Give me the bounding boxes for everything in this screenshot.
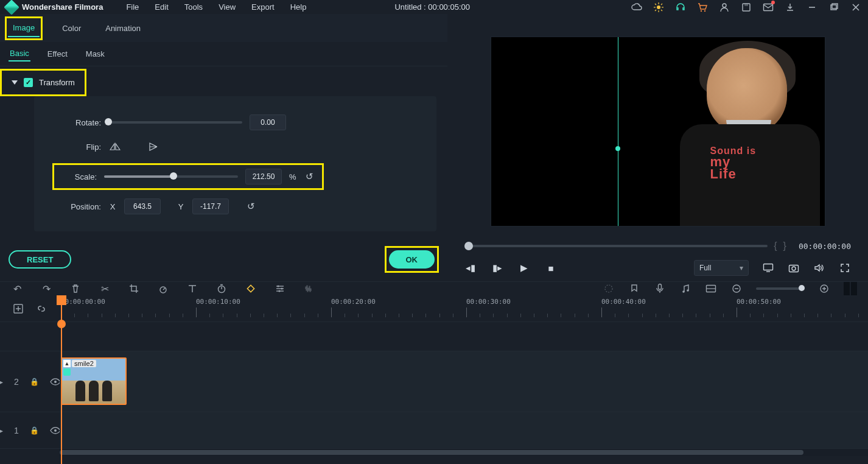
svg-point-10	[704, 10, 705, 11]
flip-vertical-icon[interactable]	[147, 141, 161, 152]
svg-line-8	[655, 10, 656, 11]
keyframe-icon[interactable]	[245, 284, 257, 294]
prev-frame-icon[interactable]: ◂▮	[464, 262, 477, 274]
close-icon[interactable]	[850, 1, 862, 13]
add-track-icon[interactable]	[12, 303, 24, 314]
svg-rect-14	[764, 4, 773, 10]
timeline-clip[interactable]: ▲ smile2	[61, 357, 127, 405]
tab-animation[interactable]: Animation	[100, 20, 145, 37]
shirt-line3: Life	[710, 166, 737, 181]
playhead[interactable]	[61, 295, 62, 464]
svg-point-9	[701, 10, 702, 11]
menu-help[interactable]: Help	[284, 0, 313, 14]
scale-reset-icon[interactable]: ↺	[304, 170, 316, 183]
fullscreen-icon[interactable]	[839, 262, 851, 274]
rotate-value[interactable]: 0.00	[250, 114, 286, 130]
crop-icon[interactable]	[128, 284, 140, 294]
mark-in-icon[interactable]: {	[774, 241, 777, 251]
track-number: 2	[14, 377, 19, 387]
redo-icon[interactable]: ↷	[40, 283, 52, 295]
svg-rect-13	[744, 4, 748, 6]
headset-icon[interactable]	[674, 1, 687, 13]
bulb-icon[interactable]	[653, 1, 665, 13]
svg-point-35	[279, 290, 281, 292]
ruler-label: 00:00:00:00	[61, 298, 105, 306]
lock-icon[interactable]: 🔒	[30, 426, 39, 435]
preview-quality-select[interactable]: Full▾	[694, 260, 749, 276]
user-icon[interactable]	[718, 1, 730, 13]
position-label: Position:	[52, 202, 101, 211]
render-icon[interactable]	[603, 284, 615, 294]
app-name: Wondershare Filmora	[22, 2, 103, 12]
save-icon[interactable]	[740, 1, 752, 13]
svg-point-23	[792, 267, 796, 270]
waveform-icon[interactable]	[303, 284, 315, 294]
speed-icon[interactable]	[157, 284, 169, 294]
mail-icon[interactable]	[762, 1, 774, 13]
play-icon[interactable]: ▶	[518, 262, 530, 274]
minimize-icon[interactable]	[806, 1, 818, 13]
subtab-effect[interactable]: Effect	[46, 47, 69, 61]
zoom-slider[interactable]	[756, 287, 805, 290]
volume-icon[interactable]	[813, 262, 825, 274]
undo-icon[interactable]: ↶	[11, 283, 23, 295]
subtab-basic[interactable]: Basic	[9, 46, 30, 62]
menu-tools[interactable]: Tools	[178, 0, 209, 14]
ok-button[interactable]: OK	[389, 250, 435, 269]
mark-out-icon[interactable]: }	[783, 241, 786, 251]
music-beat-icon[interactable]	[679, 284, 691, 294]
stop-icon[interactable]: ■	[545, 262, 557, 274]
scale-value[interactable]: 212.50	[245, 169, 282, 185]
menu-edit[interactable]: Edit	[149, 0, 174, 14]
cloud-icon[interactable]	[631, 1, 643, 13]
preview-panel: Sound is my Life { } 00:00:00:00 ◂▮ ▮▸	[447, 14, 868, 281]
cart-icon[interactable]	[696, 1, 709, 13]
timeline-scrollbar[interactable]	[60, 449, 868, 456]
transform-section-header[interactable]: ✓ Transform	[2, 71, 85, 94]
link-tracks-icon[interactable]	[35, 303, 47, 314]
transform-checkbox[interactable]: ✓	[24, 78, 33, 87]
zoom-in-icon[interactable]	[818, 284, 830, 294]
next-frame-icon[interactable]: ▮▸	[491, 262, 503, 274]
snapshot-icon[interactable]	[788, 262, 800, 274]
preview-canvas[interactable]: Sound is my Life	[491, 37, 825, 227]
menu-file[interactable]: File	[120, 0, 145, 14]
adjust-icon[interactable]	[274, 284, 286, 294]
ruler-label: 00:00:10:00	[196, 298, 240, 306]
text-icon[interactable]	[186, 284, 198, 294]
lock-icon[interactable]: 🔒	[30, 378, 39, 386]
timeline: 00:00:00:0000:00:10:0000:00:20:0000:00:3…	[0, 295, 868, 464]
voiceover-icon[interactable]	[654, 283, 666, 294]
position-reset-icon[interactable]: ↺	[245, 200, 257, 213]
transform-title: Transform	[39, 78, 75, 87]
tab-color[interactable]: Color	[57, 20, 86, 37]
mixer-icon[interactable]	[705, 284, 717, 293]
scale-slider[interactable]	[104, 175, 238, 178]
reset-button[interactable]: RESET	[9, 250, 71, 269]
scale-unit: %	[289, 172, 296, 181]
position-x-value[interactable]: 643.5	[124, 199, 161, 214]
timer-icon[interactable]	[215, 284, 228, 294]
playback-scrubber[interactable]	[464, 245, 768, 247]
marker-icon[interactable]	[628, 284, 640, 294]
subtab-mask[interactable]: Mask	[85, 47, 106, 61]
track-type-icon: ▸	[0, 426, 3, 435]
tab-image[interactable]: Image	[8, 19, 40, 37]
ruler-label: 00:00:50:00	[737, 298, 781, 306]
flip-horizontal-icon[interactable]	[108, 141, 122, 152]
download-icon[interactable]	[784, 1, 796, 13]
menu-export[interactable]: Export	[245, 0, 281, 14]
track-number: 1	[14, 426, 19, 435]
ruler-label: 00:00:40:00	[601, 298, 646, 306]
zoom-out-icon[interactable]	[730, 284, 743, 294]
display-icon[interactable]	[762, 262, 774, 274]
position-y-value[interactable]: -117.7	[192, 199, 229, 214]
delete-icon[interactable]	[69, 284, 82, 294]
rotate-slider[interactable]	[108, 121, 242, 124]
time-ruler[interactable]: 00:00:00:0000:00:10:0000:00:20:0000:00:3…	[60, 295, 868, 322]
transform-handle[interactable]	[615, 146, 620, 151]
split-icon[interactable]: ✂	[99, 283, 111, 295]
menu-view[interactable]: View	[212, 0, 242, 14]
maximize-icon[interactable]	[828, 1, 840, 13]
svg-line-7	[661, 4, 662, 5]
